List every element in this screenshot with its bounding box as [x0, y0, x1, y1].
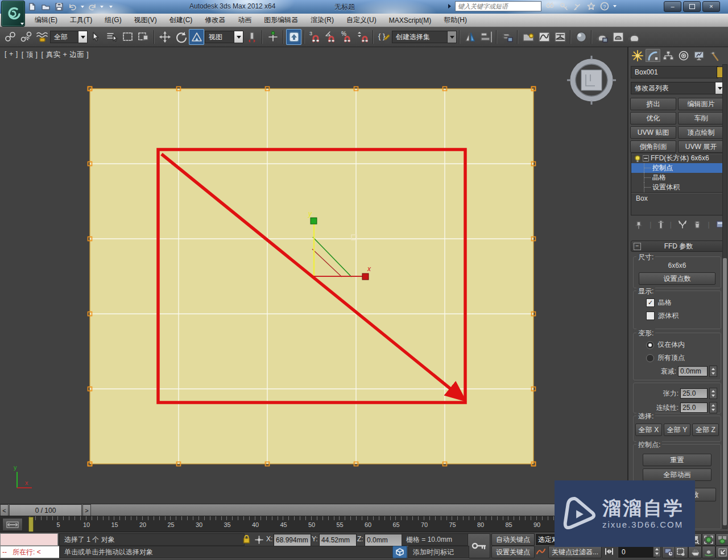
minimize-button[interactable]: –	[664, 1, 681, 12]
tab-modify[interactable]	[646, 49, 660, 62]
pan-view-button[interactable]	[688, 546, 702, 558]
select-and-rotate-button[interactable]	[173, 29, 188, 45]
collapse-minus-icon[interactable]	[643, 155, 649, 161]
graphite-ribbon-toggle[interactable]	[520, 29, 536, 45]
angle-snap-toggle[interactable]	[323, 29, 338, 45]
quick-access-overflow-arrow[interactable]	[109, 6, 113, 8]
viewport-general-menu[interactable]: [ + ]	[5, 50, 18, 60]
tab-create[interactable]	[630, 49, 645, 62]
previous-frame-button[interactable]: <	[0, 504, 9, 516]
favorites-star-icon[interactable]	[586, 1, 596, 11]
unlink-selection-button[interactable]	[18, 29, 34, 45]
use-pivot-point-center-button[interactable]	[244, 29, 259, 45]
selection-filter-arrow[interactable]	[78, 31, 87, 43]
stack-row-set-volume[interactable]: 设置体积	[631, 182, 723, 192]
tab-motion[interactable]	[676, 49, 691, 62]
modifier-list-dropdown[interactable]: 修改器列表	[631, 82, 725, 94]
menu-edit[interactable]: 编辑(E)	[28, 14, 64, 27]
bind-to-space-warp-button[interactable]	[34, 29, 49, 45]
zoom-extents-all-button[interactable]	[715, 533, 728, 546]
all-x-button[interactable]: 全部 X	[635, 424, 662, 436]
add-time-tag-field[interactable]: 添加时间标记	[408, 546, 469, 558]
panel-scrollbar-thumb[interactable]	[723, 258, 727, 525]
named-selection-sets-dropdown[interactable]: 创建选择集	[392, 31, 457, 43]
undo-dropdown-arrow[interactable]	[81, 6, 84, 8]
menu-maxscript[interactable]: MAXScript(M)	[383, 15, 438, 26]
tab-utilities[interactable]	[707, 49, 722, 62]
application-menu-arrow[interactable]	[20, 23, 24, 25]
tension-field[interactable]: 25.0	[680, 388, 708, 399]
viewport-top[interactable]: [ + ] [ 顶 ] [ 真实 + 边面 ]	[0, 47, 628, 504]
go-to-start-button[interactable]	[603, 546, 615, 557]
selection-lock-toggle[interactable]	[241, 533, 251, 545]
time-slider-handle[interactable]: 0 / 100	[9, 504, 82, 516]
menu-group[interactable]: 组(G)	[98, 14, 127, 27]
bevel-profile-button[interactable]: 倒角剖面	[630, 140, 676, 153]
tension-spinner[interactable]	[709, 388, 717, 399]
track-bar[interactable]: 0510152025303540455055606570758085909510…	[0, 516, 628, 532]
pin-stack-icon[interactable]	[634, 220, 643, 229]
rectangular-selection-region-button[interactable]	[120, 29, 135, 45]
edit-named-selection-sets-button[interactable]: { }	[376, 29, 391, 45]
mirror-button[interactable]	[462, 29, 478, 45]
menu-graph-editors[interactable]: 图形编辑器	[258, 14, 304, 27]
close-button[interactable]: ×	[702, 1, 720, 12]
absolute-mode-transform-toggle[interactable]	[254, 534, 264, 545]
render-production-button[interactable]	[626, 29, 642, 45]
object-name-field[interactable]: Box001	[631, 66, 718, 78]
panel-scrollbar[interactable]	[722, 64, 727, 529]
render-setup-button[interactable]	[594, 29, 610, 45]
current-frame-spinner[interactable]	[653, 546, 661, 557]
align-button[interactable]	[478, 29, 494, 45]
z-coordinate-field[interactable]: 0.0mm	[365, 534, 402, 546]
default-in-out-tangents-button[interactable]	[535, 546, 547, 557]
schematic-view-button[interactable]	[552, 29, 568, 45]
window-crossing-toggle[interactable]	[136, 29, 151, 45]
save-file-button[interactable]	[53, 1, 65, 12]
isolate-selection-toggle[interactable]	[392, 546, 407, 558]
rendered-frame-window-button[interactable]	[610, 29, 626, 45]
viewcube[interactable]	[567, 56, 616, 105]
viewport-pov-menu[interactable]: [ 顶 ]	[22, 50, 38, 60]
rollout-collapse-icon[interactable]: −	[634, 243, 641, 250]
current-frame-marker[interactable]	[28, 517, 34, 532]
new-file-button[interactable]	[26, 1, 38, 12]
uvw-map-button[interactable]: UVW 贴图	[630, 126, 676, 139]
open-mini-curve-editor-button[interactable]	[2, 518, 23, 531]
help-icon[interactable]: ?	[599, 1, 610, 11]
set-keys-button[interactable]	[468, 533, 490, 558]
snaps-toggle-3d[interactable]: 3	[307, 29, 322, 45]
edit-patch-button[interactable]: 编辑面片	[678, 98, 724, 110]
select-by-name-button[interactable]	[104, 29, 119, 45]
modifier-on-bulb-icon[interactable]	[634, 155, 642, 163]
time-slider[interactable]: < 0 / 100 >	[0, 504, 628, 516]
communication-center-icon[interactable]	[572, 1, 582, 11]
x-coordinate-field[interactable]: 68.994mm	[274, 534, 311, 546]
viewport-shading-menu[interactable]: [ 真实 + 边面 ]	[42, 50, 89, 60]
menu-create[interactable]: 创建(C)	[163, 14, 199, 27]
set-key-mode-button[interactable]: 设置关键点	[491, 546, 535, 558]
zoom-extents-button[interactable]	[702, 533, 715, 546]
stack-row-lattice[interactable]: 晶格	[631, 173, 723, 182]
auto-key-button[interactable]: 自动关键点	[491, 533, 535, 546]
menu-views[interactable]: 视图(V)	[128, 14, 163, 27]
extrude-button[interactable]: 挤出	[630, 98, 676, 110]
menu-tools[interactable]: 工具(T)	[64, 14, 98, 27]
lattice-checkbox[interactable]: ✓	[646, 298, 655, 307]
tab-hierarchy[interactable]	[661, 49, 676, 62]
redo-button[interactable]	[86, 1, 98, 12]
percent-snap-toggle[interactable]: %	[339, 29, 354, 45]
animate-all-button[interactable]: 全部动画	[643, 468, 712, 481]
stack-row-box[interactable]: Box	[631, 193, 723, 203]
maximize-viewport-toggle[interactable]	[715, 546, 728, 558]
maxscript-listener-line[interactable]: -- 所在行: <	[0, 546, 60, 558]
reset-button[interactable]: 重置	[643, 454, 712, 466]
all-y-button[interactable]: 全部 Y	[664, 424, 690, 436]
only-in-volume-radio[interactable]	[646, 341, 654, 349]
unwrap-uvw-button[interactable]: UVW 展开	[678, 140, 724, 153]
search-icon[interactable]	[545, 1, 555, 11]
y-coordinate-field[interactable]: 44.52mm	[319, 534, 357, 546]
make-unique-icon[interactable]	[678, 220, 687, 229]
application-menu-button[interactable]	[1, 1, 25, 27]
current-frame-field[interactable]: 0	[618, 546, 656, 558]
